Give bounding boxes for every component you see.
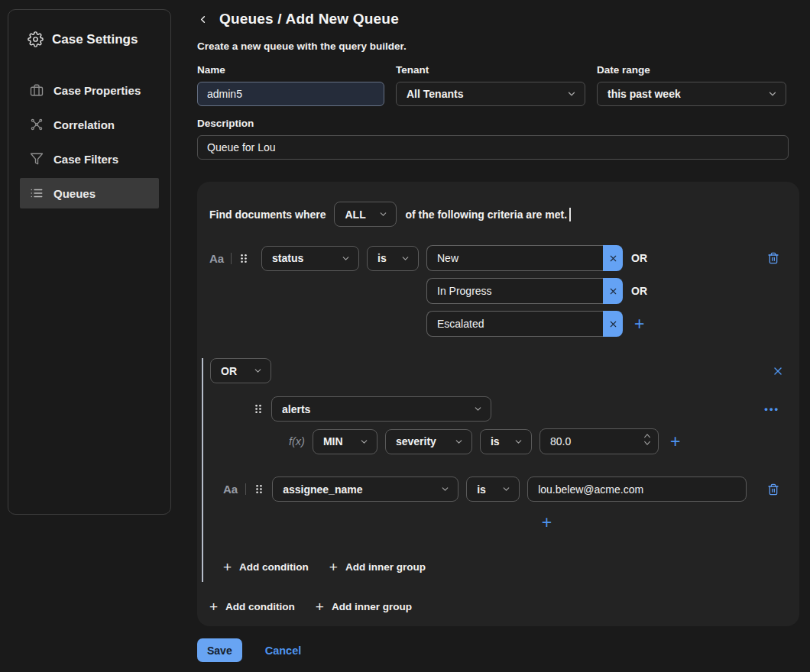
- function-select[interactable]: MIN: [313, 429, 377, 454]
- sidebar-header: Case Settings: [8, 31, 170, 47]
- group-join-select[interactable]: OR: [210, 358, 271, 383]
- cancel-button[interactable]: Cancel: [265, 645, 302, 657]
- case-sensitivity-toggle[interactable]: Aa: [209, 252, 224, 265]
- plus-icon: +: [329, 560, 338, 574]
- chevron-down-icon: [473, 404, 483, 414]
- sidebar-item-correlation[interactable]: Correlation: [20, 109, 159, 140]
- plus-icon: +: [223, 560, 232, 574]
- value-input[interactable]: [426, 278, 603, 304]
- sidebar-item-label: Case Filters: [53, 153, 118, 166]
- root-group-actions: + Add condition + Add inner group: [209, 599, 789, 614]
- operator-select[interactable]: is: [480, 429, 532, 454]
- number-value-group: [539, 428, 659, 454]
- condition-row-function: f(x) MIN severity is: [210, 428, 789, 454]
- sidebar-item-case-filters[interactable]: Case Filters: [20, 144, 159, 174]
- add-value-button[interactable]: +: [634, 315, 644, 333]
- value-input-group: [426, 278, 623, 304]
- sidebar-title: Case Settings: [52, 32, 138, 47]
- field-select[interactable]: status: [261, 246, 359, 271]
- intro-suffix-text: of the following criteria are met.: [405, 208, 567, 221]
- description-field-group: Description: [197, 118, 789, 160]
- remove-value-button[interactable]: [603, 278, 623, 304]
- operator-select[interactable]: is: [367, 246, 419, 271]
- add-inner-group-button[interactable]: + Add inner group: [329, 560, 426, 574]
- match-all-value: ALL: [345, 208, 365, 221]
- more-options-button[interactable]: •••: [764, 403, 779, 415]
- add-inner-group-label: Add inner group: [332, 601, 412, 612]
- page-header: Queues / Add New Queue: [197, 11, 799, 27]
- delete-condition-button[interactable]: [767, 483, 779, 496]
- tenant-select-value: All Tenants: [407, 88, 463, 100]
- x-icon: [772, 365, 784, 377]
- case-sensitivity-toggle[interactable]: Aa: [223, 483, 238, 496]
- divider: [231, 253, 232, 264]
- remove-value-button[interactable]: [603, 311, 623, 337]
- drag-handle-icon[interactable]: [254, 483, 264, 495]
- or-join-label: OR: [631, 252, 647, 264]
- function-select-value: MIN: [323, 435, 343, 447]
- query-builder-panel: Find documents where ALL of the followin…: [197, 182, 799, 626]
- save-button[interactable]: Save: [197, 638, 242, 662]
- list-icon: [30, 186, 44, 200]
- assignee-value-input[interactable]: [527, 477, 747, 502]
- delete-condition-button[interactable]: [767, 252, 779, 264]
- number-value-input[interactable]: [539, 428, 659, 454]
- match-all-select[interactable]: ALL: [334, 202, 397, 227]
- value-input[interactable]: [426, 245, 603, 271]
- tenant-label: Tenant: [396, 64, 585, 76]
- value-input-group: [426, 245, 623, 271]
- chevron-down-icon: [341, 254, 351, 263]
- date-range-field-group: Date range this past week: [597, 64, 786, 106]
- add-function-condition-button[interactable]: +: [670, 433, 680, 451]
- chevron-left-icon: [197, 14, 209, 25]
- tenant-select[interactable]: All Tenants: [396, 82, 585, 106]
- tenant-field-group: Tenant All Tenants: [396, 64, 585, 106]
- chevron-down-icon: [566, 89, 577, 99]
- description-input[interactable]: [197, 135, 789, 160]
- chevron-down-icon: [643, 441, 651, 446]
- page-title: Queues / Add New Queue: [219, 11, 399, 27]
- sidebar-item-label: Correlation: [53, 118, 115, 131]
- name-label: Name: [197, 64, 384, 76]
- sidebar-item-case-properties[interactable]: Case Properties: [20, 75, 159, 105]
- add-new-queue-page: Queues / Add New Queue Create a new queu…: [197, 11, 799, 662]
- add-inner-group-button[interactable]: + Add inner group: [316, 599, 412, 614]
- funnel-icon: [30, 152, 44, 166]
- plus-icon: +: [316, 599, 324, 614]
- remove-group-button[interactable]: [772, 365, 784, 377]
- operator-select-value: is: [477, 483, 486, 496]
- name-input[interactable]: [197, 82, 384, 106]
- chevron-down-icon: [400, 254, 410, 263]
- value-input[interactable]: [426, 311, 603, 337]
- sidebar-item-queues[interactable]: Queues: [20, 178, 159, 208]
- field-select-alerts[interactable]: alerts: [271, 396, 491, 422]
- description-label: Description: [197, 118, 789, 129]
- subfield-select-value: severity: [396, 435, 436, 447]
- remove-value-button[interactable]: [603, 245, 623, 271]
- condition-row-status-value2: OR: [209, 278, 789, 304]
- chevron-down-icon: [440, 484, 450, 494]
- sidebar-item-label: Queues: [53, 187, 96, 200]
- chevron-down-icon: [378, 209, 388, 219]
- x-icon: [608, 254, 618, 263]
- number-stepper[interactable]: [643, 433, 651, 446]
- briefcase-icon: [30, 83, 44, 97]
- gear-icon: [28, 31, 44, 47]
- drag-handle-icon[interactable]: [238, 253, 249, 264]
- add-condition-button[interactable]: + Add condition: [223, 560, 309, 574]
- operator-select-value: is: [491, 435, 500, 447]
- page-subtitle: Create a new queue with the query builde…: [197, 40, 799, 52]
- condition-row-status-value3: +: [209, 311, 789, 337]
- back-button[interactable]: [197, 14, 209, 25]
- field-select-value: assignee_name: [283, 483, 362, 496]
- drag-handle-icon[interactable]: [253, 403, 264, 415]
- add-condition-button[interactable]: + Add condition: [209, 599, 295, 614]
- plus-icon: +: [209, 599, 218, 614]
- condition-group-status: Aa status is: [209, 245, 789, 337]
- date-range-select[interactable]: this past week: [597, 82, 786, 106]
- field-select-assignee[interactable]: assignee_name: [272, 477, 458, 502]
- add-value-button[interactable]: +: [542, 514, 552, 531]
- add-value-row: +: [210, 514, 789, 531]
- operator-select[interactable]: is: [466, 477, 520, 502]
- subfield-select[interactable]: severity: [385, 429, 472, 454]
